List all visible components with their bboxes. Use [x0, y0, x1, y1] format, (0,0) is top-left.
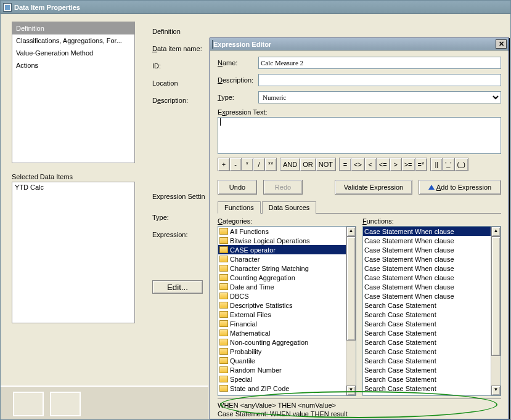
validate-button[interactable]: Validate Expression — [335, 180, 412, 195]
add-to-expression-button[interactable]: Add to Expression — [419, 180, 501, 195]
category-item[interactable]: Non-counting Aggregation — [218, 337, 346, 347]
op-eq[interactable]: = — [339, 158, 351, 171]
splitter-handle[interactable] — [13, 392, 44, 416]
close-button[interactable]: ✕ — [496, 39, 507, 49]
category-item[interactable]: Counting Aggregation — [218, 273, 346, 282]
data-item-name-label: Data item name: — [152, 45, 210, 52]
op-le[interactable]: <= — [376, 158, 390, 171]
function-item[interactable]: Case Statement When clause — [363, 245, 491, 254]
op-and[interactable]: AND — [280, 158, 300, 171]
category-item[interactable]: Quantile — [218, 356, 346, 365]
op-ge[interactable]: >= — [401, 158, 415, 171]
nav-actions[interactable]: Actions — [12, 59, 134, 71]
op-minus[interactable]: - — [229, 158, 242, 171]
modal-body: Name: Description: Type: Numeric Express… — [210, 50, 509, 420]
scrollbar[interactable]: ▲ ▼ — [491, 227, 501, 395]
category-item[interactable]: Special — [218, 374, 346, 384]
categories-column: Categories: All FunctionsBitwise Logical… — [218, 217, 356, 396]
name-input[interactable] — [258, 57, 501, 69]
category-item[interactable]: State and ZIP Code — [218, 384, 346, 393]
nav-definition[interactable]: Definition — [12, 22, 134, 34]
tab-functions[interactable]: Functions — [218, 201, 261, 214]
scroll-up[interactable]: ▲ — [491, 227, 501, 236]
nav-value-generation[interactable]: Value-Generation Method — [12, 47, 134, 59]
tab-data-sources[interactable]: Data Sources — [262, 201, 317, 214]
scroll-thumb[interactable] — [346, 236, 356, 341]
op-gt[interactable]: > — [390, 158, 402, 171]
selected-data-items-label: Selected Data Items — [12, 173, 135, 180]
function-item[interactable]: Search Case Statement — [363, 374, 491, 384]
type-select[interactable]: Numeric — [258, 91, 501, 103]
function-item[interactable]: Case Statement When clause — [363, 291, 491, 301]
edit-button[interactable]: Edit... — [152, 280, 203, 294]
category-item[interactable]: Character String Matching — [218, 264, 346, 273]
categories-listbox[interactable]: All FunctionsBitwise Logical OperationsC… — [218, 226, 356, 396]
category-item[interactable]: CASE operator — [218, 245, 346, 254]
expression-settings-label: Expression Settin — [152, 193, 210, 200]
app-icon — [3, 3, 12, 12]
functions-label: Functions: — [362, 217, 501, 225]
category-item[interactable]: External Files — [218, 310, 346, 319]
function-item[interactable]: Case Statement When clause — [363, 282, 491, 291]
description-input[interactable] — [258, 74, 501, 86]
scroll-down[interactable]: ▼ — [346, 386, 356, 395]
action-row: Undo Redo Validate Expression Add to Exp… — [218, 180, 501, 195]
scrollbar[interactable]: ▲ ▼ — [346, 227, 356, 395]
op-div[interactable]: / — [253, 158, 265, 171]
category-item[interactable]: Mathematical — [218, 328, 346, 337]
category-item[interactable]: All Functions — [218, 227, 346, 236]
arrow-up-icon — [428, 185, 435, 190]
op-mult[interactable]: * — [241, 158, 253, 171]
function-item[interactable]: Search Case Statement — [363, 301, 491, 310]
category-item[interactable]: Bitwise Logical Operations — [218, 236, 346, 245]
category-item[interactable]: Date and Time — [218, 282, 346, 291]
splitter-handle[interactable] — [50, 392, 81, 416]
modal-title: Expression Editor — [213, 41, 271, 48]
category-item[interactable]: Financial — [218, 319, 346, 328]
function-item[interactable]: Search Case Statement — [363, 337, 491, 347]
function-item[interactable]: Search Case Statement — [363, 319, 491, 328]
function-item[interactable]: Case Statement When clause — [363, 227, 491, 236]
function-item[interactable]: Search Case Statement — [363, 356, 491, 365]
function-item[interactable]: Search Case Statement — [363, 310, 491, 319]
scroll-thumb[interactable] — [491, 236, 501, 356]
op-not[interactable]: NOT — [316, 158, 336, 171]
op-ne[interactable]: <> — [351, 158, 365, 171]
folder-icon — [219, 256, 228, 262]
category-item[interactable]: Descriptive Statistics — [218, 301, 346, 310]
nav-classifications[interactable]: Classifications, Aggregations, For... — [12, 34, 134, 47]
folder-icon — [219, 348, 228, 355]
function-item[interactable]: Case Statement When clause — [363, 254, 491, 264]
function-item[interactable]: Search Case Statement — [363, 328, 491, 337]
expression-textarea[interactable] — [218, 117, 501, 154]
function-item[interactable]: Case Statement When clause — [363, 236, 491, 245]
function-item[interactable]: Case Statement When clause — [363, 264, 491, 273]
window-title: Data Item Properties — [14, 4, 80, 11]
scroll-up[interactable]: ▲ — [346, 227, 356, 236]
op-lt[interactable]: < — [364, 158, 377, 171]
function-item[interactable]: Case Statement When clause — [363, 273, 491, 282]
function-item[interactable]: Search Case Statement — [363, 365, 491, 374]
function-item[interactable]: Search Case Statement — [363, 347, 491, 356]
hint-panel: WHEN <anyValue> THEN <numValue> Case Sta… — [218, 398, 501, 418]
op-concat[interactable]: || — [430, 158, 443, 171]
op-or[interactable]: OR — [300, 158, 316, 171]
category-item[interactable]: DBCS — [218, 291, 346, 301]
undo-button[interactable]: Undo — [218, 180, 257, 195]
redo-button[interactable]: Redo — [263, 180, 303, 195]
function-item[interactable]: Search Case Statement — [363, 384, 491, 393]
category-item[interactable]: Character — [218, 254, 346, 264]
op-paren[interactable]: (_) — [454, 158, 468, 171]
hint-description: Case Statement: WHEN value THEN result — [218, 410, 501, 418]
scroll-down[interactable]: ▼ — [491, 386, 501, 395]
op-plus[interactable]: + — [218, 158, 230, 171]
category-item[interactable]: Random Number — [218, 365, 346, 374]
svg-rect-0 — [5, 5, 10, 10]
op-pow[interactable]: ** — [264, 158, 277, 171]
op-eqstar[interactable]: =* — [415, 158, 428, 171]
functions-listbox[interactable]: Case Statement When clauseCase Statement… — [362, 226, 501, 396]
op-quote[interactable]: '_' — [442, 158, 454, 171]
selected-data-items-box[interactable]: YTD Calc — [12, 182, 135, 323]
category-item[interactable]: Probability — [218, 347, 346, 356]
operator-row: + - * / ** AND OR NOT = <> < <= — [218, 158, 501, 171]
